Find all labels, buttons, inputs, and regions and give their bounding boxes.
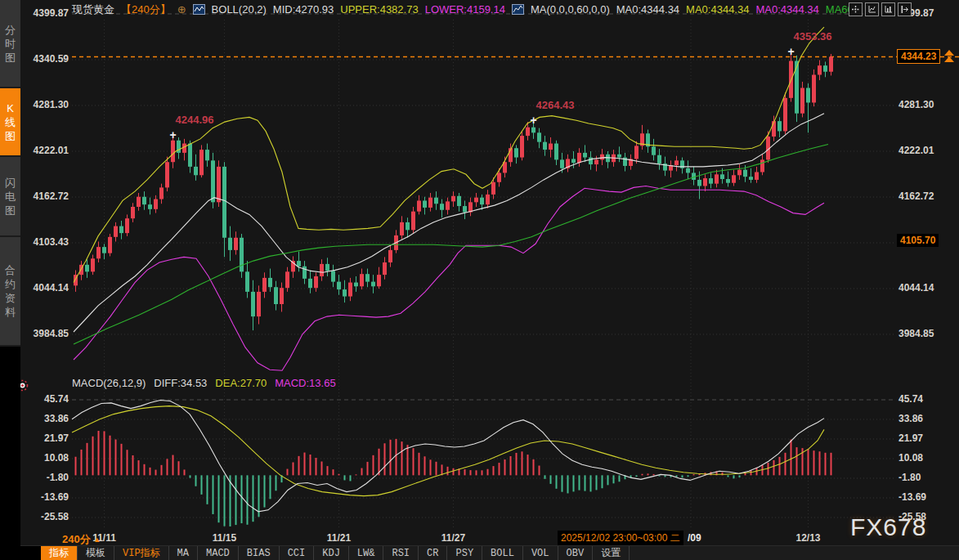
main-y-axis-label-left: 4103.43 bbox=[23, 236, 69, 248]
candlestick-chart[interactable] bbox=[0, 0, 959, 560]
x-axis-tick: 11/27 bbox=[441, 532, 465, 544]
bar-time-tooltip: 2025/12/02 23:00~03:00 二 bbox=[558, 531, 683, 546]
toolbar-item-8[interactable]: LW& bbox=[349, 546, 384, 560]
trading-app: { "app": {"watermark": "FX678"}, "colors… bbox=[0, 0, 959, 560]
main-y-axis-label-left: 4162.72 bbox=[23, 190, 69, 202]
main-y-axis-label-right: 4162.72 bbox=[899, 190, 934, 202]
main-y-axis-label-right: 4281.30 bbox=[899, 99, 934, 110]
collapse-panel-icon[interactable] bbox=[898, 2, 912, 16]
main-y-axis-label-right: 4044.14 bbox=[899, 282, 934, 293]
macd-y-axis-label-left: 33.86 bbox=[23, 413, 69, 424]
macd-y-axis-label-left: 45.74 bbox=[23, 393, 69, 405]
macd-value: MACD:13.65 bbox=[275, 377, 335, 389]
toolbar-item-13[interactable]: VOL bbox=[523, 546, 558, 560]
toolbar-filler bbox=[630, 546, 959, 560]
sidebar-tab-label: 合约资料 bbox=[5, 263, 16, 319]
toolbar-item-10[interactable]: CR bbox=[419, 546, 447, 560]
swing-point-cross-marker: + bbox=[787, 45, 794, 58]
boll-mid-value: MID:4270.93 bbox=[273, 3, 334, 16]
ma0-yellow-value: MA0:4344.34 bbox=[686, 3, 749, 16]
macd-diff-value: DIFF:34.53 bbox=[154, 377, 207, 389]
toolbar-item-14[interactable]: OBV bbox=[558, 546, 594, 560]
toolbar-item-9[interactable]: RSI bbox=[383, 546, 419, 560]
toolbar-item-7[interactable]: KDJ bbox=[314, 546, 349, 560]
price-annotation: 4244.96 bbox=[176, 114, 214, 126]
expand-circle-plus-icon[interactable]: ⊕ bbox=[177, 3, 186, 16]
toolbar-item-11[interactable]: PSY bbox=[447, 546, 482, 560]
macd-y-axis-label-right: -1.80 bbox=[899, 472, 921, 483]
sidebar: 分时图K线图闪电图合约资料 bbox=[0, 0, 20, 560]
sidebar-tab-2[interactable]: 闪电图 bbox=[0, 157, 20, 237]
last-price-tag: 4344.23 bbox=[897, 49, 940, 64]
ma-title: MA(0,0,0,60,0,0) bbox=[531, 3, 610, 16]
macd-y-axis-label-right: 33.86 bbox=[899, 413, 923, 424]
zoom-in-chart-icon[interactable] bbox=[865, 2, 879, 16]
x-axis-tick: 12/13 bbox=[795, 532, 820, 544]
sidebar-tab-3[interactable]: 合约资料 bbox=[0, 237, 20, 347]
macd-y-axis-label-right: 10.08 bbox=[899, 452, 923, 464]
symbol-name: 现货黄金 bbox=[72, 2, 114, 17]
ma-indicator-icon[interactable] bbox=[512, 4, 524, 15]
macd-y-axis-label-left: 10.08 bbox=[23, 452, 69, 464]
toolbar-item-15[interactable]: 设置 bbox=[593, 546, 630, 560]
main-y-axis-label-left: 3984.85 bbox=[23, 328, 69, 339]
main-y-axis-label-left: 4399.87 bbox=[23, 7, 69, 19]
boll-indicator-icon[interactable] bbox=[193, 4, 205, 15]
boll-lower-value: LOWER:4159.14 bbox=[425, 3, 505, 16]
sidebar-tab-label: K线图 bbox=[5, 101, 16, 143]
main-y-axis-label-left: 4222.01 bbox=[23, 145, 69, 156]
ma0-magenta-value: MA0:4344.34 bbox=[755, 3, 818, 16]
sidebar-tab-1[interactable]: K线图 bbox=[0, 88, 20, 157]
toolbar-item-6[interactable]: CCI bbox=[280, 546, 315, 560]
macd-y-axis-label-right: -13.69 bbox=[899, 491, 926, 503]
move-crosshair-icon[interactable] bbox=[849, 2, 863, 16]
price-up-arrows-icon bbox=[944, 50, 954, 63]
timeframe-label: 240分 bbox=[62, 533, 91, 545]
macd-y-axis-label-right: 45.74 bbox=[899, 393, 923, 405]
toolbar-item-2[interactable]: VIP指标 bbox=[114, 546, 169, 560]
main-y-axis-label-left: 4340.59 bbox=[23, 53, 69, 65]
macd-header: MACD(26,12,9) DIFF:34.53 DEA:27.70 MACD:… bbox=[72, 377, 336, 389]
swing-point-cross-marker: + bbox=[169, 128, 176, 141]
boll-upper-value: UPPER:4382.73 bbox=[340, 3, 418, 16]
macd-y-axis-label-left: -25.58 bbox=[23, 511, 69, 522]
macd-y-axis-label-right: 21.97 bbox=[899, 432, 923, 444]
main-y-axis-label-right: 3984.85 bbox=[899, 328, 934, 339]
sidebar-tab-label: 闪电图 bbox=[5, 176, 16, 217]
main-y-axis-label-left: 4044.14 bbox=[23, 282, 69, 293]
toolbar-item-1[interactable]: 模板 bbox=[78, 546, 114, 560]
sidebar-tab-0[interactable]: 分时图 bbox=[0, 0, 20, 88]
chart-tool-buttons bbox=[849, 2, 912, 16]
price-annotation: 4353.36 bbox=[794, 30, 832, 43]
x-axis-tick: 11/21 bbox=[327, 532, 351, 544]
toolbar-item-0[interactable]: 指标 bbox=[41, 546, 78, 560]
toolbar-item-4[interactable]: MACD bbox=[198, 546, 239, 560]
period-badge[interactable]: 【240分】 bbox=[121, 2, 171, 17]
sidebar-tab-label: 分时图 bbox=[5, 23, 16, 65]
main-y-axis-label-left: 4281.30 bbox=[23, 99, 69, 110]
main-y-axis-label-right: 4222.01 bbox=[899, 145, 934, 156]
toolbar-item-5[interactable]: BIAS bbox=[239, 546, 280, 560]
x-axis-tick: 11/15 bbox=[213, 532, 236, 544]
macd-title[interactable]: MACD(26,12,9) bbox=[72, 377, 146, 389]
macd-y-axis-label-left: -1.80 bbox=[23, 472, 69, 483]
toolbar-item-12[interactable]: BOLL bbox=[482, 546, 523, 560]
toolbar-item-3[interactable]: MA bbox=[169, 546, 198, 560]
zoom-out-chart-icon[interactable] bbox=[881, 2, 895, 16]
boll-title: BOLL(20,2) bbox=[212, 3, 267, 16]
secondary-price-tag: 4105.70 bbox=[897, 234, 939, 247]
price-annotation: 4264.43 bbox=[536, 99, 575, 111]
swing-point-cross-marker: + bbox=[530, 114, 536, 127]
x-tick-partial: /09 bbox=[688, 532, 701, 544]
ma0-white-value: MA0:4344.34 bbox=[616, 3, 679, 16]
indicator-header: 现货黄金 【240分】 ⊕ BOLL(20,2) MID:4270.93 UPP… bbox=[72, 2, 863, 16]
toolbar-spacer bbox=[20, 546, 41, 560]
indicator-toolbar: 指标模板VIP指标MAMACDBIASCCIKDJLW&RSICRPSYBOLL… bbox=[20, 545, 959, 560]
macd-y-axis-label-left: 21.97 bbox=[23, 432, 69, 444]
timeframe-dropdown-arrow-icon: ▲ bbox=[93, 535, 101, 544]
fx678-watermark: FX678 bbox=[850, 513, 926, 541]
macd-y-axis-label-left: -13.69 bbox=[23, 491, 69, 503]
macd-dea-value: DEA:27.70 bbox=[215, 377, 267, 389]
